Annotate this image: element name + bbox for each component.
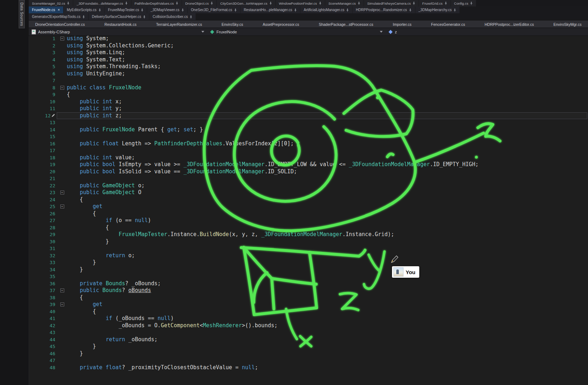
code-line-text[interactable]: FruxelMapTester.Instance.BuildNode(x, y,…: [67, 231, 588, 238]
editor-line[interactable]: 4using System.Text;: [0, 56, 588, 64]
editor-line[interactable]: 48 private float? _proximityToClosestObs…: [0, 364, 588, 371]
tab-MyEditorScripts.cs[interactable]: MyEditorScripts.cs: [64, 6, 104, 13]
tab-FruxelNode.cs[interactable]: FruxelNode.cs×: [29, 6, 63, 13]
code-line-text[interactable]: return o;: [67, 252, 588, 259]
editor-line[interactable]: 15: [0, 133, 588, 140]
pin-icon[interactable]: [294, 8, 297, 12]
editor-line[interactable]: 28 {: [0, 224, 588, 231]
editor-line[interactable]: 8−public class FruxelNode: [0, 84, 588, 91]
tab-TerrainLayerRandomizer.cs[interactable]: TerrainLayerRandomizer.cs: [155, 20, 204, 28]
pin-icon[interactable]: [412, 1, 415, 5]
pin-icon[interactable]: [98, 8, 101, 12]
tab-CityGen3DGen...torWrapper.cs[interactable]: CityGen3DGen...torWrapper.cs: [217, 0, 275, 6]
pin-icon[interactable]: [210, 1, 213, 5]
editor-line[interactable]: 10 public int x;: [0, 98, 588, 105]
pin-icon[interactable]: [181, 8, 184, 12]
code-line-text[interactable]: public FruxelNode Parent { get; set; }: [67, 126, 588, 133]
editor-line[interactable]: 13: [0, 119, 588, 126]
editor-line[interactable]: 40 {: [0, 308, 588, 315]
tab-SimulatedFisheyeCamera.cs[interactable]: SimulatedFisheyeCamera.cs: [364, 0, 419, 6]
code-line-text[interactable]: using System.Linq;: [67, 49, 588, 56]
code-line-text[interactable]: private Bounds? _oBounds;: [67, 280, 588, 287]
pin-icon[interactable]: [82, 15, 85, 19]
pin-icon[interactable]: [346, 8, 349, 12]
tab-RestaurantHook.cs[interactable]: RestaurantHook.cs: [103, 20, 138, 28]
tab-DeliverySurfaceClassHelper.cs[interactable]: DeliverySurfaceClassHelper.cs: [89, 13, 149, 20]
code-editor[interactable]: 1−using System;2using System.Collections…: [0, 35, 588, 385]
code-line-text[interactable]: }: [67, 343, 588, 350]
editor-line[interactable]: 14 public FruxelNode Parent { get; set; …: [0, 126, 588, 133]
data-sources-tool-tab[interactable]: Data Sources: [19, 0, 25, 28]
code-line-text[interactable]: public bool IsSolid => value == _3DFound…: [67, 168, 588, 175]
tab-OneSec3D_FileFormat.cs[interactable]: OneSec3D_FileFormat.cs: [188, 6, 240, 13]
code-line-text[interactable]: [67, 357, 588, 364]
breadcrumb-member-dropdown[interactable]: z: [386, 28, 588, 36]
pin-icon[interactable]: [125, 1, 128, 5]
tab-ShaderPackage...stProcessor.cs[interactable]: ShaderPackage...stProcessor.cs: [317, 20, 375, 28]
code-line-text[interactable]: }: [67, 238, 588, 245]
code-line-text[interactable]: {: [67, 224, 588, 231]
editor-line[interactable]: 37− public Bounds? oBounds: [0, 287, 588, 294]
code-line-text[interactable]: [67, 329, 588, 336]
editor-line[interactable]: 38 {: [0, 294, 588, 301]
editor-line[interactable]: 23− public GameObject O: [0, 189, 588, 196]
tab-_3DFoundatio...delManager.cs[interactable]: _3DFoundatio...delManager.cs: [73, 0, 131, 6]
pin-icon[interactable]: [234, 8, 237, 12]
code-line-text[interactable]: public bool IsEmpty => value >= _3DFound…: [67, 161, 588, 168]
editor-line[interactable]: 34 }: [0, 266, 588, 273]
code-line-text[interactable]: {: [67, 294, 588, 301]
tab-Generator2ExportMapTools.cs[interactable]: Generator2ExportMapTools.cs: [29, 13, 88, 20]
editor-line[interactable]: 11 public int y;: [0, 105, 588, 112]
code-line-text[interactable]: public int x;: [67, 98, 588, 105]
editor-line[interactable]: 3using System.Linq;: [0, 49, 588, 56]
code-line-text[interactable]: public int value;: [67, 154, 588, 161]
editor-line[interactable]: 18 public int value;: [0, 154, 588, 161]
pin-icon[interactable]: [67, 1, 70, 5]
editor-line[interactable]: 46 }: [0, 350, 588, 357]
editor-line[interactable]: 35: [0, 273, 588, 280]
breadcrumb-project-dropdown[interactable]: Assembly-CSharp: [29, 28, 207, 36]
code-line-text[interactable]: public float Length => PathfinderDepthVa…: [67, 140, 588, 147]
tab-FruxelGrid.cs[interactable]: FruxelGrid.cs: [419, 0, 450, 6]
editor-line[interactable]: 43: [0, 329, 588, 336]
code-line-text[interactable]: public class FruxelNode: [67, 84, 588, 91]
pin-icon[interactable]: [453, 8, 456, 12]
code-line-text[interactable]: using System;: [67, 35, 588, 42]
editor-line[interactable]: 27 if (o == null): [0, 217, 588, 224]
code-line-text[interactable]: [67, 119, 588, 126]
editor-line[interactable]: 31: [0, 245, 588, 252]
editor-line[interactable]: 17: [0, 147, 588, 154]
tab-EnviroSkyMgr.cs[interactable]: EnviroSkyMgr.cs: [552, 20, 583, 28]
editor-line[interactable]: 5using System.Threading.Tasks;: [0, 63, 588, 70]
code-line-text[interactable]: return _oBounds;: [67, 336, 588, 343]
editor-line[interactable]: 30 }: [0, 238, 588, 245]
fold-toggle-icon[interactable]: −: [60, 302, 64, 306]
pin-icon[interactable]: [176, 1, 178, 5]
pin-icon[interactable]: [319, 1, 322, 5]
tab-PathfinderDepthValues.cs[interactable]: PathfinderDepthValues.cs: [131, 0, 182, 6]
pin-icon[interactable]: [409, 8, 412, 12]
editor-line[interactable]: 29 FruxelMapTester.Instance.BuildNode(x,…: [0, 231, 588, 238]
editor-line[interactable]: 9{: [0, 91, 588, 98]
breadcrumb-type-dropdown[interactable]: FruxelNode: [207, 28, 386, 36]
tab-FencesGenerator.cs[interactable]: FencesGenerator.cs: [430, 20, 467, 28]
pin-icon[interactable]: [143, 15, 146, 19]
code-line-text[interactable]: {: [67, 308, 588, 315]
code-line-text[interactable]: [67, 273, 588, 280]
editor-line[interactable]: 32 return o;: [0, 252, 588, 259]
tab-_3DMapViewer.cs[interactable]: _3DMapViewer.cs: [147, 6, 187, 13]
tab-HDRPPostproc...Randomizer.cs[interactable]: HDRPPostproc...Randomizer.cs: [353, 6, 415, 13]
editor-line[interactable]: 21: [0, 175, 588, 182]
editor-line[interactable]: 22 public GameObject o;: [0, 182, 588, 189]
tab-FruxelMapTester.cs[interactable]: FruxelMapTester.cs: [105, 6, 147, 13]
code-line-text[interactable]: if (_oBounds == null): [67, 315, 588, 322]
fold-toggle-icon[interactable]: −: [60, 86, 64, 90]
code-line-text[interactable]: if (o == null): [67, 217, 588, 224]
code-line-text[interactable]: get: [67, 203, 588, 210]
editor-line[interactable]: 44 return _oBounds;: [0, 336, 588, 343]
code-line-text[interactable]: [67, 245, 588, 252]
editor-line[interactable]: 12 public int z;: [0, 112, 588, 119]
code-line-text[interactable]: _oBounds = O.GetComponent<MeshRenderer>(…: [67, 322, 588, 329]
editor-line[interactable]: 24 {: [0, 196, 588, 203]
code-line-text[interactable]: using UnityEngine;: [67, 70, 588, 78]
